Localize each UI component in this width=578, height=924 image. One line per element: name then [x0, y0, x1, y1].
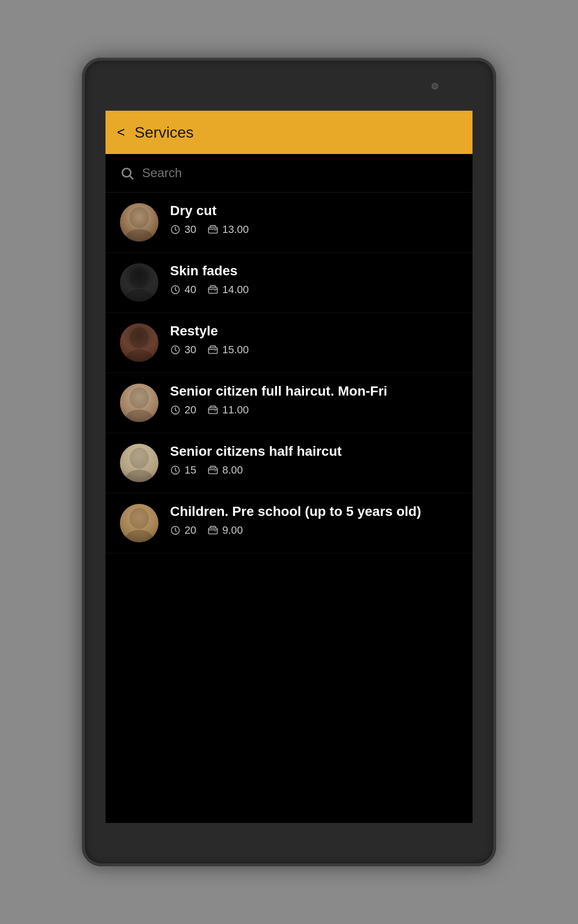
services-list: Dry cut 30 13.00	[105, 192, 473, 553]
clock-icon	[170, 465, 181, 475]
service-price: 14.00	[208, 283, 249, 296]
search-input[interactable]	[142, 166, 458, 180]
search-icon	[120, 166, 134, 180]
services-content: Dry cut 30 13.00	[105, 154, 473, 553]
service-avatar	[120, 384, 158, 422]
service-meta: 15 8.00	[170, 464, 458, 476]
wallet-icon	[208, 405, 218, 415]
clock-icon	[170, 345, 181, 355]
svg-point-11	[126, 349, 153, 362]
service-price: 13.00	[208, 223, 249, 236]
svg-rect-21	[209, 468, 217, 474]
service-price: 9.00	[208, 524, 243, 537]
service-info: Restyle 30 15.00	[170, 323, 458, 356]
service-avatar	[120, 263, 158, 302]
svg-point-15	[126, 410, 153, 422]
svg-rect-9	[209, 287, 217, 293]
wallet-icon	[208, 224, 218, 235]
clock-icon	[170, 224, 181, 235]
service-price: 15.00	[208, 344, 249, 356]
service-name: Senior citizens half haircut	[170, 444, 458, 459]
svg-point-23	[126, 530, 153, 542]
service-info: Senior citizen full haircut. Mon-Fri 20	[170, 384, 458, 416]
avatar-face	[120, 444, 158, 482]
service-meta: 30 15.00	[170, 344, 458, 356]
camera	[432, 83, 438, 90]
service-info: Senior citizens half haircut 15	[170, 444, 458, 476]
avatar-face	[120, 203, 158, 242]
svg-point-22	[130, 508, 149, 529]
service-avatar	[120, 323, 158, 362]
svg-point-10	[130, 327, 149, 348]
service-info: Children. Pre school (up to 5 years old)…	[170, 504, 458, 537]
service-price: 8.00	[208, 464, 243, 476]
svg-point-6	[130, 267, 149, 288]
service-duration: 30	[170, 344, 196, 356]
service-duration: 15	[170, 464, 196, 476]
clock-icon	[170, 284, 181, 295]
service-name: Children. Pre school (up to 5 years old)	[170, 504, 458, 519]
svg-point-0	[122, 168, 131, 177]
clock-icon	[170, 405, 181, 415]
service-price: 11.00	[208, 404, 249, 416]
service-avatar	[120, 203, 158, 242]
svg-point-18	[130, 448, 149, 469]
wallet-icon	[208, 525, 218, 536]
service-name: Restyle	[170, 323, 458, 339]
avatar-face	[120, 263, 158, 302]
service-duration: 30	[170, 223, 196, 236]
wallet-icon	[208, 345, 218, 355]
service-item[interactable]: Skin fades 40 14.00	[105, 253, 473, 313]
app-header: < Services	[105, 111, 473, 154]
service-meta: 40 14.00	[170, 283, 458, 296]
page-title: Services	[134, 124, 194, 141]
svg-rect-25	[209, 528, 217, 534]
service-avatar	[120, 504, 158, 542]
service-item[interactable]: Restyle 30 15.00	[105, 313, 473, 373]
avatar-face	[120, 323, 158, 362]
svg-point-14	[130, 387, 149, 409]
service-name: Senior citizen full haircut. Mon-Fri	[170, 384, 458, 399]
svg-rect-5	[209, 227, 217, 233]
back-button[interactable]: <	[117, 125, 125, 140]
svg-line-1	[130, 176, 133, 179]
service-duration: 40	[170, 283, 196, 296]
service-name: Dry cut	[170, 203, 458, 218]
svg-point-7	[126, 289, 153, 302]
wallet-icon	[208, 284, 218, 295]
svg-rect-13	[209, 347, 217, 353]
svg-point-19	[126, 470, 153, 482]
service-duration: 20	[170, 404, 196, 416]
svg-rect-17	[209, 408, 217, 413]
service-meta: 20 11.00	[170, 404, 458, 416]
service-info: Skin fades 40 14.00	[170, 263, 458, 296]
service-item[interactable]: Dry cut 30 13.00	[105, 192, 473, 253]
search-bar[interactable]	[105, 154, 473, 192]
service-info: Dry cut 30 13.00	[170, 203, 458, 236]
service-item[interactable]: Senior citizen full haircut. Mon-Fri 20	[105, 373, 473, 433]
service-meta: 20 9.00	[170, 524, 458, 537]
svg-point-2	[130, 207, 149, 228]
clock-icon	[170, 525, 181, 536]
service-duration: 20	[170, 524, 196, 537]
device-frame: < Services Dry cut	[82, 58, 496, 866]
service-avatar	[120, 444, 158, 482]
service-item[interactable]: Senior citizens half haircut 15	[105, 433, 473, 493]
service-item[interactable]: Children. Pre school (up to 5 years old)…	[105, 493, 473, 553]
service-name: Skin fades	[170, 263, 458, 279]
wallet-icon	[208, 465, 218, 475]
service-meta: 30 13.00	[170, 223, 458, 236]
screen: < Services Dry cut	[105, 111, 473, 823]
avatar-face	[120, 384, 158, 422]
avatar-face	[120, 504, 158, 542]
svg-point-3	[126, 229, 153, 242]
